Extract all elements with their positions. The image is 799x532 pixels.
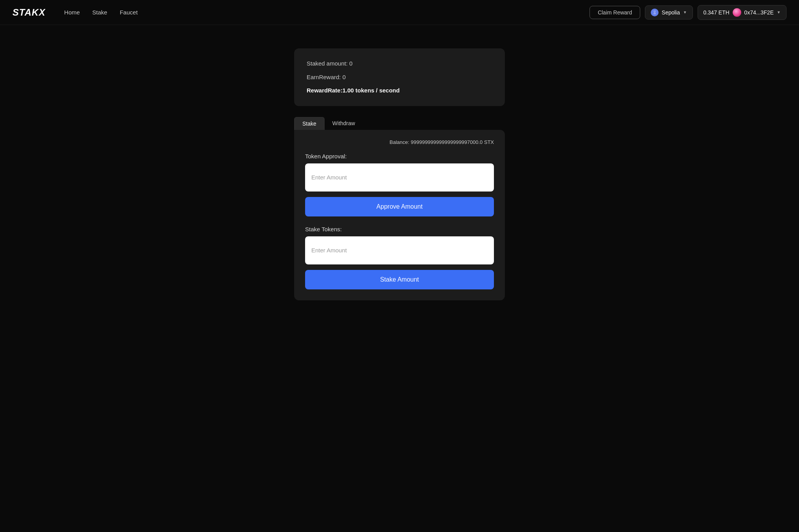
stake-tokens-label: Stake Tokens: — [305, 226, 494, 232]
approval-amount-input[interactable] — [305, 163, 494, 192]
wallet-badge[interactable]: 0.347 ETH 0x74...3F2E ▼ — [698, 5, 787, 20]
navbar: STAKX Home Stake Faucet Claim Reward Ξ S… — [0, 0, 799, 25]
nav-faucet[interactable]: Faucet — [120, 9, 138, 16]
wallet-avatar — [733, 8, 741, 17]
earn-reward: EarnReward: 0 — [307, 73, 492, 82]
nav-home[interactable]: Home — [64, 9, 80, 16]
reward-rate: RewardRate:1.00 tokens / second — [307, 86, 492, 95]
brand-logo: STAKX — [12, 7, 46, 18]
network-chevron-icon: ▼ — [683, 10, 687, 14]
network-name: Sepolia — [662, 9, 680, 16]
network-selector[interactable]: Ξ Sepolia ▼ — [645, 5, 693, 20]
tab-stake[interactable]: Stake — [294, 117, 325, 130]
claim-reward-button[interactable]: Claim Reward — [589, 6, 640, 19]
tabs: Stake Withdraw — [294, 117, 505, 130]
stake-amount-input[interactable] — [305, 236, 494, 264]
balance-display: Balance: 999999999999999999997000.0 STX — [305, 139, 494, 145]
stake-amount-button[interactable]: Stake Amount — [305, 270, 494, 289]
stats-card: Staked amount: 0 EarnReward: 0 RewardRat… — [294, 48, 505, 106]
eth-icon: Ξ — [651, 9, 659, 16]
wallet-address: 0x74...3F2E — [744, 9, 774, 16]
wallet-chevron-icon: ▼ — [777, 10, 781, 14]
nav-stake[interactable]: Stake — [92, 9, 107, 16]
wallet-balance: 0.347 ETH — [703, 9, 730, 16]
nav-right: Claim Reward Ξ Sepolia ▼ 0.347 ETH 0x74.… — [589, 5, 787, 20]
approve-amount-button[interactable]: Approve Amount — [305, 197, 494, 216]
staked-amount: Staked amount: 0 — [307, 59, 492, 68]
form-card: Balance: 999999999999999999997000.0 STX … — [294, 130, 505, 300]
token-approval-label: Token Approval: — [305, 153, 494, 160]
tab-withdraw[interactable]: Withdraw — [325, 117, 363, 130]
eth-symbol: Ξ — [653, 10, 656, 15]
main-content: Staked amount: 0 EarnReward: 0 RewardRat… — [0, 25, 799, 324]
nav-links: Home Stake Faucet — [64, 9, 590, 16]
